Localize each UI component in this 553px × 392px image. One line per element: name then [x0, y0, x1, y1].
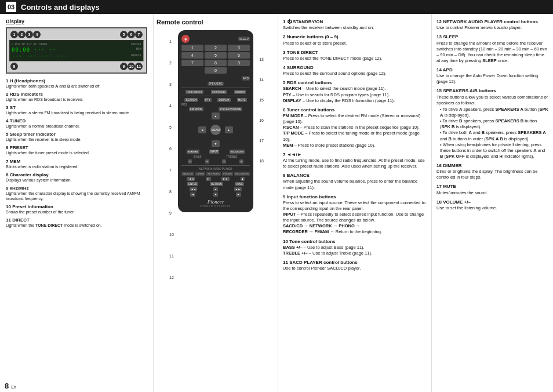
play-btn[interactable]: ►	[206, 177, 210, 181]
callout-13: 13	[259, 57, 264, 61]
treble-minus-btn[interactable]: −	[222, 159, 226, 164]
pty-btn[interactable]: PTY	[204, 98, 212, 102]
stop-btn[interactable]: ■	[241, 177, 245, 181]
mid-item-7: 7 ◄◄/► At the tuning mode, use to find r…	[283, 151, 427, 169]
mid-item-4: 4 SURROUND Press to select the surround …	[283, 64, 427, 77]
bass-minus-btn[interactable]: −	[188, 159, 192, 164]
nav-left-btn[interactable]: ◄	[198, 126, 206, 133]
disp-num-4: 4	[33, 31, 41, 38]
callout-16: 16	[259, 118, 264, 122]
tone-direct-btn[interactable]: TONE DIRECT	[185, 90, 203, 94]
mid-item-8: 8 BALANCE When adjusting the sound volum…	[283, 172, 427, 190]
remote-body: ⏻ SLEEP 1 2 3 4 5 6 7	[178, 30, 253, 212]
sleep-btn[interactable]: SLEEP	[238, 37, 250, 41]
return-btn[interactable]: RETURN	[210, 182, 223, 186]
num-3[interactable]: 3	[228, 45, 250, 51]
rear-btn[interactable]: REAR/AM	[187, 150, 199, 154]
display-item-4: 4 TUNED Lights when a normal broadcast c…	[6, 118, 147, 129]
num-4[interactable]: 4	[181, 52, 203, 59]
fm-mode-btn[interactable]: FM MODE	[189, 107, 203, 111]
arr-right-btn[interactable]: ►	[236, 193, 241, 197]
callout-5: 5	[169, 125, 174, 129]
enter-btn[interactable]: ENTER	[187, 182, 198, 186]
callout-18: 18	[259, 159, 264, 163]
nav-row3: ◄◄ ▲ ►►	[181, 187, 250, 191]
remote-container: ⏻ SLEEP 1 2 3 4 5 6 7	[178, 30, 253, 212]
playback-row: |◄◄ ► ►►| ■	[181, 177, 250, 181]
right-item-12: 12 NETWORK AUDIO PLAYER control buttons …	[436, 19, 548, 31]
num-6[interactable]: 6	[228, 52, 250, 59]
rec-btn[interactable]: RECORDER	[230, 150, 245, 154]
num-2[interactable]: 2	[205, 45, 227, 51]
fwd-btn[interactable]: ►►	[234, 187, 242, 191]
mid-item-6: 6 Tuner control buttons FM MODE – Press …	[283, 107, 427, 148]
bass-plus-btn[interactable]: +	[205, 159, 209, 164]
nav-pad: ▲ ▼ ◄ ► MENU	[198, 112, 233, 147]
nav-right-btn[interactable]: ►	[225, 126, 233, 133]
recorder-row: RECORDER	[230, 150, 245, 154]
mid-item-1: 1 ⏻ STANDBY/ON Switches the receiver bet…	[283, 19, 427, 31]
callout-6: 6	[169, 147, 174, 151]
search-btn[interactable]: SEARCH	[184, 98, 198, 102]
tone-surround-row: TONE DIRECT SURROUND DIMMER	[181, 90, 250, 94]
num-9[interactable]: 9	[228, 60, 250, 66]
pscan-btn[interactable]: P.SCAN VOLUME	[219, 107, 242, 111]
nav-down-btn[interactable]: ▼	[212, 140, 220, 147]
middle-descriptions: 1 ⏻ STANDBY/ON Switches the receiver bet…	[278, 14, 431, 392]
layer-btn[interactable]: LAYER	[195, 172, 205, 176]
disp-num-3: 3	[26, 31, 33, 38]
speakers-btn[interactable]: SPEAKERS	[208, 82, 224, 86]
nav-row2: ENTER RETURN FUNC	[181, 182, 250, 186]
apd-row: APD	[181, 75, 250, 81]
next-btn[interactable]: ►►|	[221, 177, 230, 181]
mute-btn[interactable]: MUTE	[237, 98, 247, 102]
num-0[interactable]: 0	[205, 67, 227, 74]
divider3	[181, 165, 250, 166]
sacd-cd-btn[interactable]: SACD/CD	[181, 172, 194, 176]
callout-15: 15	[259, 98, 264, 102]
arr-down-btn[interactable]: ▼	[213, 193, 218, 197]
func-btn[interactable]: FUNC	[235, 182, 245, 186]
pioneer-logo: Pioneer	[181, 199, 250, 205]
footer: 8 En	[5, 382, 16, 390]
num-1[interactable]: 1	[181, 45, 203, 51]
treble-plus-btn[interactable]: +	[239, 159, 243, 164]
apd-btn[interactable]: APD	[242, 76, 250, 81]
nav-center-btn[interactable]: MENU	[210, 125, 221, 135]
right-item-14: 14 APD Use to change the Auto Power Down…	[436, 67, 548, 85]
dimmer-btn[interactable]: DIMMER	[234, 90, 246, 94]
chapter-number: 03	[6, 2, 16, 12]
middle-right-section: Remote control ⏻ SLEEP 1 2	[154, 14, 553, 392]
network-btn[interactable]: NETWORK	[206, 172, 220, 176]
number-grid: 1 2 3 4 5 6 7 8 9 0	[181, 45, 250, 74]
bass-treble-btns: − + − +	[181, 159, 250, 164]
standby-btn[interactable]: ⏻	[181, 35, 190, 43]
display-bottom-numbers: 8 9 10 11	[9, 61, 144, 70]
prev-btn[interactable]: |◄◄	[187, 177, 195, 181]
right-item-16: 16 DIMMER Dims or brightens the display.…	[436, 162, 548, 180]
display-item-2: 2 RDS indicators Lights when an RDS broa…	[6, 92, 147, 102]
ff-btn[interactable]: ▲	[213, 187, 218, 191]
display-panel: 1 2 3 4 5 6 7 H RDS TP A/T ST TUNED PRES…	[6, 27, 147, 74]
num-5[interactable]: 5	[205, 52, 227, 59]
left-column: Display 1 2 3 4 5 6 7 H RDS TP A/T ST TU…	[0, 14, 154, 392]
disp-num-6: 6	[128, 31, 135, 38]
disp-num-1: 1	[10, 31, 18, 38]
num-7[interactable]: 7	[181, 60, 203, 66]
recorder-source-btn[interactable]: RECORDER	[234, 172, 250, 176]
nav-up-btn[interactable]: ▲	[212, 112, 220, 119]
num-8[interactable]: 8	[205, 60, 227, 66]
display-btn[interactable]: DISPLAY	[217, 98, 231, 102]
remote-column: Remote control ⏻ SLEEP 1 2	[154, 14, 278, 392]
disp-num-2: 2	[18, 31, 26, 38]
display-item-6: 6 PRESET Lights when the tuner preset mo…	[6, 145, 147, 155]
arr-left-btn[interactable]: ◄	[190, 193, 195, 197]
input-btn[interactable]: INPUT	[209, 150, 220, 154]
rw-btn[interactable]: ◄◄	[190, 187, 197, 191]
display-item-3: 3 ST Lights when a stereo FM broadcast i…	[6, 105, 147, 115]
divider2	[181, 96, 250, 96]
callout-10: 10	[169, 233, 174, 237]
surround-btn[interactable]: SURROUND	[211, 90, 227, 94]
main-content: Display 1 2 3 4 5 6 7 H RDS TP A/T ST TU…	[0, 14, 553, 392]
phono-btn[interactable]: PHONO	[222, 172, 233, 176]
